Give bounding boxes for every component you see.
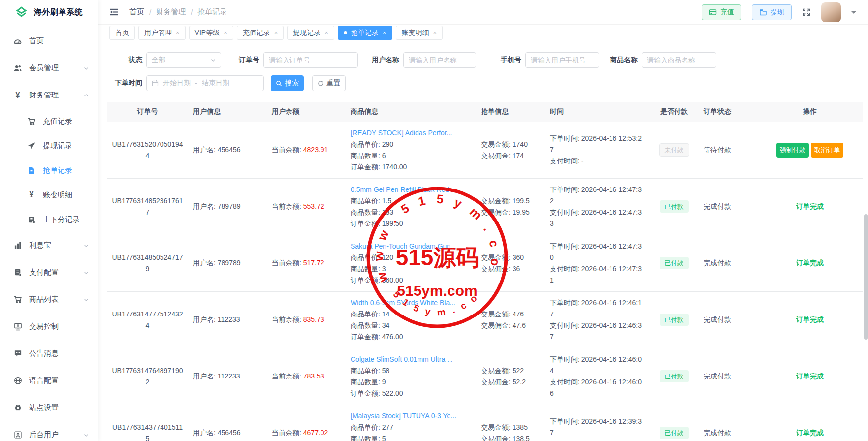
tab-close-icon[interactable]: ×: [433, 30, 437, 36]
yen-icon: ¥: [13, 92, 23, 99]
balance-value: 783.53: [303, 372, 324, 380]
quantity-line: 商品数量: 9: [351, 377, 471, 388]
date-range-input[interactable]: 开始日期 - 结束日期: [146, 75, 264, 91]
sidebar-item-payment-config[interactable]: 支付配置: [0, 259, 98, 286]
order-time-line: 下单时间: 2026-04-16 12:47:32: [550, 184, 644, 207]
table-row: UB17763147648971902 用户名: 112233 当前余额: 78…: [107, 348, 863, 405]
tab-close-icon[interactable]: ×: [224, 30, 227, 36]
username-field-label: 用户名:: [193, 315, 218, 323]
sidebar-item-members[interactable]: 会员管理: [0, 55, 98, 82]
pay-status-badge: 已付款: [660, 200, 689, 213]
product-link[interactable]: [Malaysia Stock] TUTUYA 0-3 Ye...: [351, 410, 471, 422]
scrollbar-thumb[interactable]: [864, 214, 868, 340]
tab-label: 抢单记录: [351, 29, 379, 37]
sidebar-toggle-icon[interactable]: [109, 7, 119, 17]
chevron-down-icon: [210, 57, 216, 63]
force-pay-button[interactable]: 强制付款: [776, 143, 809, 158]
order-no-input[interactable]: [263, 52, 358, 68]
tab-5[interactable]: 抢单记录×: [338, 26, 392, 40]
balance-field-label: 当前余额:: [272, 372, 303, 380]
tab-3[interactable]: 充值记录×: [237, 26, 284, 40]
order-time-line: 下单时间: 2026-04-16 12:46:04: [550, 354, 644, 377]
pay-time-line: 支付时间: 2026-04-16 12:46:37: [550, 320, 644, 343]
sidebar-item-updown-records[interactable]: 上下分记录: [0, 207, 98, 232]
recharge-button[interactable]: 充值: [702, 4, 741, 20]
sidebar-item-label: 上下分记录: [43, 215, 80, 224]
username-field-label: 用户名:: [193, 259, 218, 267]
unit-price-line: 商品单价: 14: [351, 309, 471, 320]
reset-button[interactable]: 重置: [312, 75, 346, 91]
sidebar-item-language-config[interactable]: 语言配置: [0, 367, 98, 394]
withdraw-button[interactable]: 提现: [752, 4, 792, 20]
product-link[interactable]: 0.5mm Gel Pen Refill Black Red ...: [351, 184, 471, 195]
product-link[interactable]: Colgate SlimSoft 0.01mm Ultra ...: [351, 354, 471, 365]
search-icon: [276, 80, 282, 87]
trade-amount-line: 交易金额: 522: [481, 365, 540, 377]
tab-1[interactable]: 用户管理×: [138, 26, 186, 40]
sidebar-item-label: 语言配置: [29, 376, 59, 385]
username-value: 112233: [218, 315, 240, 323]
avatar[interactable]: [821, 2, 841, 22]
sidebar-item-home[interactable]: 首页: [0, 28, 98, 55]
table-header-row: 订单号用户信息用户余额商品信息抢单信息时间是否付款订单状态操作: [107, 102, 863, 122]
scrollbar-track: [864, 27, 868, 441]
sidebar-item-product-list[interactable]: 商品列表: [0, 286, 98, 313]
balance-value: 517.72: [303, 259, 324, 267]
product-link[interactable]: Sakura Pen-Touch Gundam Gun...: [351, 241, 471, 252]
sidebar-item-site-settings[interactable]: 站点设置: [0, 394, 98, 421]
card-icon: [709, 8, 717, 16]
tab-2[interactable]: VIP等级×: [189, 26, 233, 40]
gear-icon: [13, 404, 23, 412]
fullscreen-icon[interactable]: [802, 8, 811, 17]
tab-0[interactable]: 首页: [109, 26, 135, 40]
username-field-label: 用户名:: [193, 202, 218, 210]
order-time-line: 下单时间: 2026-04-16 12:46:17: [550, 297, 644, 320]
phone-input[interactable]: [525, 52, 599, 68]
user-menu-caret-icon[interactable]: [851, 11, 856, 16]
tab-6[interactable]: 账变明细×: [396, 26, 443, 40]
order-time-line: 下单时间: 2026-04-16 12:47:30: [550, 241, 644, 263]
order-complete-text: 订单完成: [796, 315, 824, 323]
sidebar-item-balance-changes[interactable]: ¥账变明细: [0, 183, 98, 207]
tab-4[interactable]: 提现记录×: [287, 26, 334, 40]
sidebar-item-announcements[interactable]: 公告消息: [0, 340, 98, 367]
sidebar-item-trade-control[interactable]: 交易控制: [0, 313, 98, 340]
trade-amount-line: 交易金额: 1740: [481, 139, 540, 150]
sidebar-item-withdraw-records[interactable]: 提现记录: [0, 133, 98, 158]
tab-close-icon[interactable]: ×: [383, 30, 386, 36]
pay-time-line: 支付时间: 2026-04-16 12:47:31: [550, 263, 644, 286]
tab-close-icon[interactable]: ×: [176, 30, 180, 36]
product-name-input[interactable]: [642, 52, 716, 68]
order-amount-line: 订单金额: 522.00: [351, 388, 471, 399]
balance-field-label: 当前余额:: [272, 259, 303, 267]
quantity-line: 商品数量: 6: [351, 150, 471, 161]
username-value: 789789: [218, 202, 241, 210]
product-link[interactable]: Width 0.6-5cm 5Yards White Bla...: [351, 297, 471, 309]
product-link[interactable]: [READY STOCK] Adidas Perfor...: [351, 127, 471, 139]
cancel-order-button[interactable]: 取消订单: [811, 143, 843, 158]
order-status-text: 完成付款: [704, 429, 731, 437]
table-row: UB17763143774015115 用户名: 456456 当前余额: 46…: [107, 405, 863, 441]
sidebar-item-grab-records[interactable]: 抢单记录: [0, 158, 98, 183]
search-button[interactable]: 搜索: [271, 75, 304, 91]
tab-close-icon[interactable]: ×: [324, 30, 328, 36]
cart-icon: [13, 295, 23, 304]
tab-close-icon[interactable]: ×: [274, 30, 278, 36]
sidebar-item-recharge-records[interactable]: 充值记录: [0, 109, 98, 133]
username-value: 112233: [218, 372, 240, 380]
order-no-label: 订单号: [239, 56, 259, 64]
commission-line: 交易佣金: 174: [481, 150, 540, 161]
breadcrumb-finance[interactable]: 财务管理: [156, 7, 186, 17]
sidebar-item-admin-users[interactable]: 后台用户: [0, 421, 98, 441]
pay-time-line: 支付时间: 2026-04-16 12:47:33: [550, 207, 644, 229]
username-value: 456456: [218, 429, 241, 437]
sidebar-item-finance[interactable]: ¥财务管理: [0, 82, 98, 109]
commission-line: 交易佣金: 47.6: [481, 320, 540, 331]
sidebar-item-label: 交易控制: [29, 322, 59, 331]
status-select[interactable]: 全部: [146, 52, 221, 68]
breadcrumb-home[interactable]: 首页: [129, 7, 144, 17]
tab-label: VIP等级: [195, 29, 220, 37]
username-input[interactable]: [403, 52, 476, 68]
sidebar-item-interest[interactable]: 利息宝: [0, 232, 98, 259]
order-amount-line: 订单金额: 199.50: [351, 218, 471, 229]
